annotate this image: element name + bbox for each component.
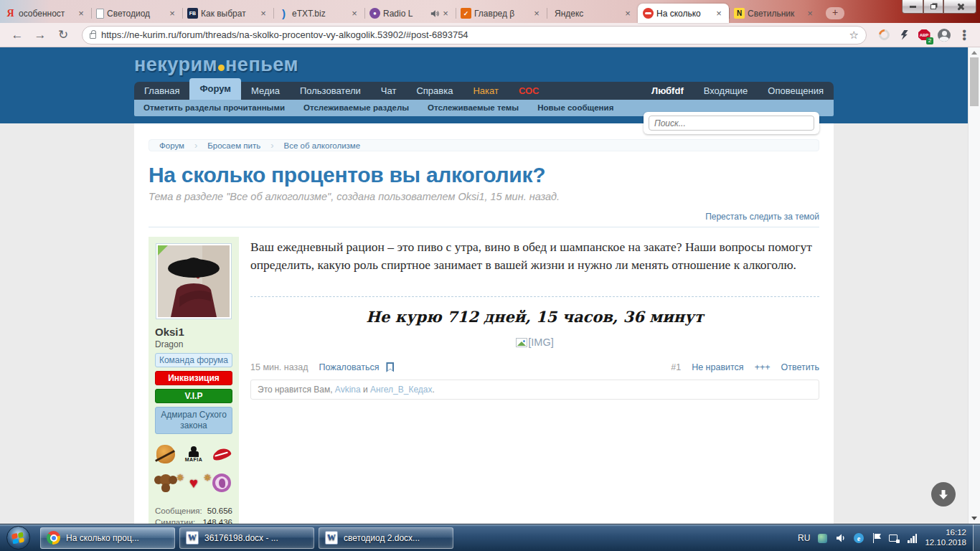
breadcrumb-brosaem-pit[interactable]: Бросаем пить	[207, 141, 260, 150]
browser-menu-button[interactable]: •••	[956, 27, 973, 44]
tab-close-icon[interactable]: ×	[714, 9, 724, 19]
tab-close-icon[interactable]: ×	[76, 9, 86, 19]
scrollbar-up-icon[interactable]	[971, 51, 977, 55]
nav-alerts[interactable]: Оповещения	[758, 82, 834, 100]
tab-na-skolko-active[interactable]: На сколько ×	[638, 4, 729, 23]
plus-link[interactable]: +++	[755, 362, 771, 372]
nav-inbox[interactable]: Входящие	[694, 82, 758, 100]
stat-value[interactable]: 50.656	[207, 507, 232, 515]
tab-radio[interactable]: ● Radio L ×	[364, 4, 456, 23]
tab-glavred[interactable]: ✓ Главред β ×	[456, 4, 547, 23]
tab-close-icon[interactable]: ×	[623, 9, 633, 19]
badge-vip: V.I.P	[155, 389, 232, 403]
lock-icon[interactable]	[90, 33, 96, 39]
scroll-to-bottom-button[interactable]	[931, 482, 956, 507]
signature-image-row: [IMG]	[250, 336, 819, 349]
tab-close-icon[interactable]: ×	[349, 9, 359, 19]
likes-prefix: Это нравится Вам,	[258, 385, 333, 395]
author-name[interactable]: Oksi1	[155, 326, 232, 338]
tab-yandex[interactable]: Яндекс ×	[547, 4, 638, 23]
profile-button[interactable]	[936, 27, 953, 44]
cameo-trophy-icon	[210, 471, 233, 494]
taskbar-word-button-1[interactable]: W 36176198.docx - ...	[179, 527, 314, 549]
signal-bars-icon[interactable]	[907, 532, 918, 543]
tab-title: Яндекс	[555, 9, 620, 19]
nav-sos[interactable]: СОС	[509, 82, 550, 100]
tray-clock[interactable]: 16:12 12.10.2018	[925, 528, 966, 547]
extension-adblock-icon[interactable]: ABP 2	[915, 27, 933, 44]
dislike-link[interactable]: Не нравится	[692, 362, 744, 372]
scrollbar-down-icon[interactable]	[971, 517, 977, 520]
show-desktop-button[interactable]	[973, 524, 980, 551]
tab-yandex-search[interactable]: Я особенност ×	[0, 4, 91, 23]
nav-nakat[interactable]: Накат	[463, 82, 509, 100]
bookmark-star-icon[interactable]: ☆	[849, 29, 859, 42]
heart-trophy-icon: ♥	[182, 471, 205, 494]
tab-close-icon[interactable]: ×	[532, 9, 542, 19]
signature-divider	[250, 296, 819, 297]
tab-close-icon[interactable]: ×	[258, 9, 268, 19]
tab-close-icon[interactable]: ×	[167, 9, 177, 19]
post-footer: 15 мин. назад Пожаловаться #1 Не нравитс…	[250, 362, 819, 372]
subnav-mark-read[interactable]: Отметить разделы прочитанными	[134, 100, 294, 116]
subnav-watched-threads[interactable]: Отслеживаемые темы	[418, 100, 528, 116]
taskbar-chrome-button[interactable]: На сколько проц...	[40, 527, 175, 549]
browser-scrollbar[interactable]	[968, 47, 980, 524]
breadcrumb-forum[interactable]: Форум	[159, 141, 184, 150]
report-link[interactable]: Пожаловаться	[319, 362, 380, 372]
tab-close-icon[interactable]: ×	[805, 9, 815, 19]
search-input[interactable]	[649, 116, 814, 131]
tray-e-icon[interactable]: e	[853, 532, 864, 543]
bookmark-icon[interactable]	[386, 362, 394, 372]
scrollbar-thumb[interactable]	[970, 57, 979, 106]
close-button[interactable]	[943, 0, 976, 14]
restore-button[interactable]	[923, 0, 943, 14]
tab-title: Radio L	[383, 9, 428, 19]
nav-media[interactable]: Медиа	[241, 82, 290, 100]
new-tab-button[interactable]: +	[826, 7, 844, 19]
tab-etxt[interactable]: ) eTXT.biz ×	[273, 4, 364, 23]
start-button[interactable]	[0, 526, 36, 550]
likes-user-angel[interactable]: Ангел_В_Кедах	[370, 385, 432, 395]
tab-audio-icon[interactable]	[430, 9, 439, 18]
nav-username[interactable]: Любfdf	[641, 82, 694, 100]
extension-lightning-icon[interactable]	[895, 27, 913, 44]
tab-svetilnik[interactable]: N Светильник ×	[729, 4, 820, 23]
minimize-button[interactable]	[902, 0, 923, 14]
likes-user-avkina[interactable]: Avkina	[335, 385, 361, 395]
subnav-new-posts[interactable]: Новые сообщения	[528, 100, 623, 116]
network-icon[interactable]	[889, 532, 900, 543]
extension-rds-icon[interactable]	[875, 27, 892, 44]
tab-close-icon[interactable]: ×	[440, 9, 451, 19]
badge-admiral: Адмирал Сухого закона	[155, 407, 232, 434]
unwatch-thread-link[interactable]: Перестать следить за темой	[149, 212, 819, 227]
post-timestamp[interactable]: 15 мин. назад	[250, 362, 308, 372]
avatar[interactable]	[156, 243, 232, 319]
back-button[interactable]: ←	[7, 25, 27, 45]
nav-forum-selected[interactable]: Форум	[189, 78, 240, 100]
site-header: некуримнепьем Главная Форум Медиа Пользо…	[0, 47, 980, 123]
url-text[interactable]: https://ne-kurim.ru/forum/threads/na-sko…	[101, 29, 844, 40]
post-number[interactable]: #1	[671, 362, 681, 372]
tab-kak-vybrat[interactable]: FB Как выбрат ×	[182, 4, 273, 23]
reload-button[interactable]: ↻	[53, 25, 73, 45]
site-logo[interactable]: некуримнепьем	[134, 47, 834, 76]
task-label: На сколько проц...	[66, 533, 139, 543]
taskbar-word-button-2[interactable]: W светодиод 2.docx...	[319, 527, 453, 549]
radio-favicon: ●	[369, 8, 380, 19]
action-center-flag-icon[interactable]	[871, 532, 882, 543]
reply-link[interactable]: Ответить	[781, 362, 819, 372]
forward-button[interactable]: →	[30, 25, 50, 45]
nav-glavnaya[interactable]: Главная	[134, 82, 189, 100]
address-bar[interactable]: https://ne-kurim.ru/forum/threads/na-sko…	[82, 26, 867, 44]
tab-svetodiod[interactable]: Светодиод ×	[91, 4, 182, 23]
nav-chat[interactable]: Чат	[371, 82, 407, 100]
bolt-icon	[900, 30, 908, 40]
volume-icon[interactable]	[835, 532, 846, 543]
nav-polzovateli[interactable]: Пользователи	[290, 82, 371, 100]
subnav-watched-forums[interactable]: Отслеживаемые разделы	[294, 100, 418, 116]
nav-spravka[interactable]: Справка	[406, 82, 463, 100]
tray-app-icon[interactable]	[817, 532, 828, 543]
language-indicator[interactable]: RU	[798, 533, 810, 543]
breadcrumb-vse-ob-alkogolizme[interactable]: Все об алкоголизме	[284, 141, 361, 150]
